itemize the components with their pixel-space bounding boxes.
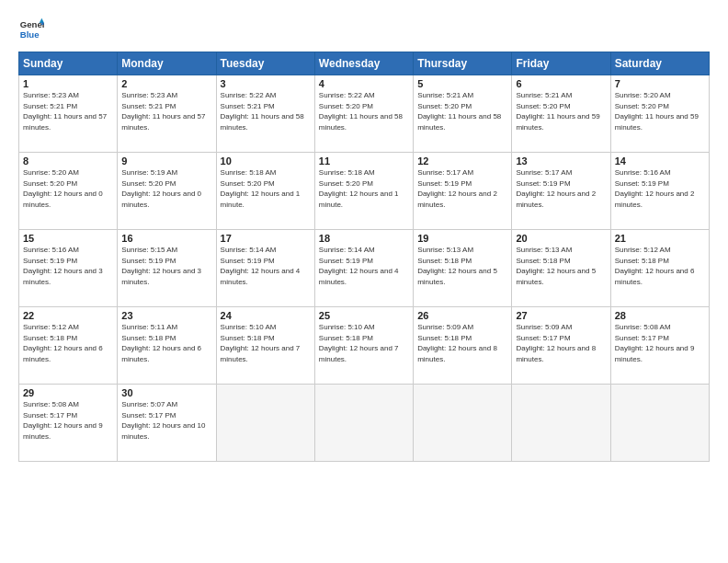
day-number: 23	[121, 310, 211, 321]
calendar-cell: 1Sunrise: 5:23 AMSunset: 5:21 PMDaylight…	[19, 75, 118, 153]
day-number: 26	[417, 310, 507, 321]
calendar-cell: 9Sunrise: 5:19 AMSunset: 5:20 PMDaylight…	[118, 153, 216, 230]
calendar-cell: 16Sunrise: 5:15 AMSunset: 5:19 PMDayligh…	[118, 230, 216, 307]
day-number: 24	[221, 310, 311, 321]
day-info: Sunrise: 5:21 AMSunset: 5:20 PMDaylight:…	[417, 90, 507, 132]
day-info: Sunrise: 5:14 AMSunset: 5:19 PMDaylight:…	[319, 245, 409, 287]
day-info: Sunrise: 5:23 AMSunset: 5:21 PMDaylight:…	[23, 90, 113, 132]
calendar-cell: 10Sunrise: 5:18 AMSunset: 5:20 PMDayligh…	[216, 153, 314, 230]
weekday-header: Thursday	[414, 52, 512, 75]
day-number: 27	[516, 310, 606, 321]
day-number: 30	[121, 387, 211, 398]
day-info: Sunrise: 5:07 AMSunset: 5:17 PMDaylight:…	[121, 399, 211, 442]
day-number: 18	[319, 233, 409, 244]
day-number: 20	[516, 233, 606, 244]
day-number: 6	[516, 78, 606, 89]
calendar-cell: 24Sunrise: 5:10 AMSunset: 5:18 PMDayligh…	[216, 307, 314, 385]
day-number: 21	[615, 233, 705, 244]
logo-icon: General Blue	[18, 17, 44, 42]
calendar-cell: 8Sunrise: 5:20 AMSunset: 5:20 PMDaylight…	[19, 153, 118, 230]
calendar-cell: 3Sunrise: 5:22 AMSunset: 5:21 PMDaylight…	[216, 75, 314, 153]
calendar-cell	[512, 385, 610, 462]
day-info: Sunrise: 5:10 AMSunset: 5:18 PMDaylight:…	[319, 322, 409, 364]
day-number: 9	[121, 155, 211, 167]
calendar-cell: 7Sunrise: 5:20 AMSunset: 5:20 PMDaylight…	[610, 75, 709, 153]
weekday-header: Saturday	[610, 52, 709, 75]
day-number: 1	[23, 78, 113, 89]
weekday-header: Friday	[512, 52, 610, 75]
day-number: 28	[615, 310, 705, 321]
day-info: Sunrise: 5:09 AMSunset: 5:18 PMDaylight:…	[417, 322, 507, 364]
day-number: 29	[23, 387, 113, 398]
calendar-cell: 28Sunrise: 5:08 AMSunset: 5:17 PMDayligh…	[610, 307, 709, 385]
day-info: Sunrise: 5:13 AMSunset: 5:18 PMDaylight:…	[516, 245, 606, 287]
calendar-cell: 15Sunrise: 5:16 AMSunset: 5:19 PMDayligh…	[19, 230, 118, 307]
calendar-cell: 17Sunrise: 5:14 AMSunset: 5:19 PMDayligh…	[216, 230, 314, 307]
calendar-cell	[610, 385, 709, 462]
page: General Blue SundayMondayTuesdayWednesda…	[0, 0, 728, 563]
day-number: 25	[319, 310, 409, 321]
svg-text:Blue: Blue	[20, 29, 40, 40]
day-info: Sunrise: 5:23 AMSunset: 5:21 PMDaylight:…	[121, 90, 211, 132]
day-number: 13	[516, 155, 606, 167]
calendar-cell: 20Sunrise: 5:13 AMSunset: 5:18 PMDayligh…	[512, 230, 610, 307]
day-info: Sunrise: 5:08 AMSunset: 5:17 PMDaylight:…	[615, 322, 705, 364]
calendar-cell: 29Sunrise: 5:08 AMSunset: 5:17 PMDayligh…	[19, 385, 118, 462]
calendar-cell: 4Sunrise: 5:22 AMSunset: 5:20 PMDaylight…	[314, 75, 413, 153]
weekday-header: Monday	[118, 52, 216, 75]
day-info: Sunrise: 5:11 AMSunset: 5:18 PMDaylight:…	[121, 322, 211, 364]
day-info: Sunrise: 5:22 AMSunset: 5:20 PMDaylight:…	[319, 90, 409, 132]
calendar-cell: 2Sunrise: 5:23 AMSunset: 5:21 PMDaylight…	[118, 75, 216, 153]
day-info: Sunrise: 5:09 AMSunset: 5:17 PMDaylight:…	[516, 322, 606, 364]
calendar-table: SundayMondayTuesdayWednesdayThursdayFrid…	[18, 52, 710, 462]
day-info: Sunrise: 5:20 AMSunset: 5:20 PMDaylight:…	[23, 167, 113, 210]
calendar-cell	[414, 385, 512, 462]
calendar-cell	[314, 385, 413, 462]
calendar-cell: 14Sunrise: 5:16 AMSunset: 5:19 PMDayligh…	[610, 153, 709, 230]
day-number: 8	[23, 155, 113, 167]
day-info: Sunrise: 5:17 AMSunset: 5:19 PMDaylight:…	[417, 167, 507, 210]
day-info: Sunrise: 5:18 AMSunset: 5:20 PMDaylight:…	[221, 167, 311, 210]
day-number: 4	[319, 78, 409, 89]
day-info: Sunrise: 5:19 AMSunset: 5:20 PMDaylight:…	[121, 167, 211, 210]
day-info: Sunrise: 5:10 AMSunset: 5:18 PMDaylight:…	[221, 322, 311, 364]
calendar-cell: 26Sunrise: 5:09 AMSunset: 5:18 PMDayligh…	[414, 307, 512, 385]
day-info: Sunrise: 5:12 AMSunset: 5:18 PMDaylight:…	[615, 245, 705, 287]
header: General Blue	[18, 17, 710, 42]
calendar-cell: 25Sunrise: 5:10 AMSunset: 5:18 PMDayligh…	[314, 307, 413, 385]
day-info: Sunrise: 5:20 AMSunset: 5:20 PMDaylight:…	[615, 90, 705, 132]
day-info: Sunrise: 5:21 AMSunset: 5:20 PMDaylight:…	[516, 90, 606, 132]
day-number: 5	[417, 78, 507, 89]
weekday-header: Tuesday	[216, 52, 314, 75]
calendar-cell: 11Sunrise: 5:18 AMSunset: 5:20 PMDayligh…	[314, 153, 413, 230]
calendar-cell: 18Sunrise: 5:14 AMSunset: 5:19 PMDayligh…	[314, 230, 413, 307]
calendar-cell: 19Sunrise: 5:13 AMSunset: 5:18 PMDayligh…	[414, 230, 512, 307]
day-number: 16	[121, 233, 211, 244]
calendar-cell: 12Sunrise: 5:17 AMSunset: 5:19 PMDayligh…	[414, 153, 512, 230]
weekday-header: Sunday	[19, 52, 118, 75]
day-info: Sunrise: 5:16 AMSunset: 5:19 PMDaylight:…	[23, 245, 113, 287]
day-info: Sunrise: 5:12 AMSunset: 5:18 PMDaylight:…	[23, 322, 113, 364]
calendar-cell: 23Sunrise: 5:11 AMSunset: 5:18 PMDayligh…	[118, 307, 216, 385]
day-info: Sunrise: 5:14 AMSunset: 5:19 PMDaylight:…	[221, 245, 311, 287]
day-number: 2	[121, 78, 211, 89]
day-number: 15	[23, 233, 113, 244]
day-number: 17	[221, 233, 311, 244]
calendar-cell: 5Sunrise: 5:21 AMSunset: 5:20 PMDaylight…	[414, 75, 512, 153]
day-info: Sunrise: 5:17 AMSunset: 5:19 PMDaylight:…	[516, 167, 606, 210]
day-number: 19	[417, 233, 507, 244]
calendar-cell: 13Sunrise: 5:17 AMSunset: 5:19 PMDayligh…	[512, 153, 610, 230]
day-number: 11	[319, 155, 409, 167]
day-number: 12	[417, 155, 507, 167]
day-number: 3	[221, 78, 311, 89]
day-info: Sunrise: 5:13 AMSunset: 5:18 PMDaylight:…	[417, 245, 507, 287]
weekday-header: Wednesday	[314, 52, 413, 75]
calendar-cell: 22Sunrise: 5:12 AMSunset: 5:18 PMDayligh…	[19, 307, 118, 385]
day-number: 7	[615, 78, 705, 89]
day-info: Sunrise: 5:18 AMSunset: 5:20 PMDaylight:…	[319, 167, 409, 210]
calendar-cell: 30Sunrise: 5:07 AMSunset: 5:17 PMDayligh…	[118, 385, 216, 462]
day-number: 22	[23, 310, 113, 321]
day-info: Sunrise: 5:16 AMSunset: 5:19 PMDaylight:…	[615, 167, 705, 210]
calendar-cell: 6Sunrise: 5:21 AMSunset: 5:20 PMDaylight…	[512, 75, 610, 153]
day-number: 10	[221, 155, 311, 167]
